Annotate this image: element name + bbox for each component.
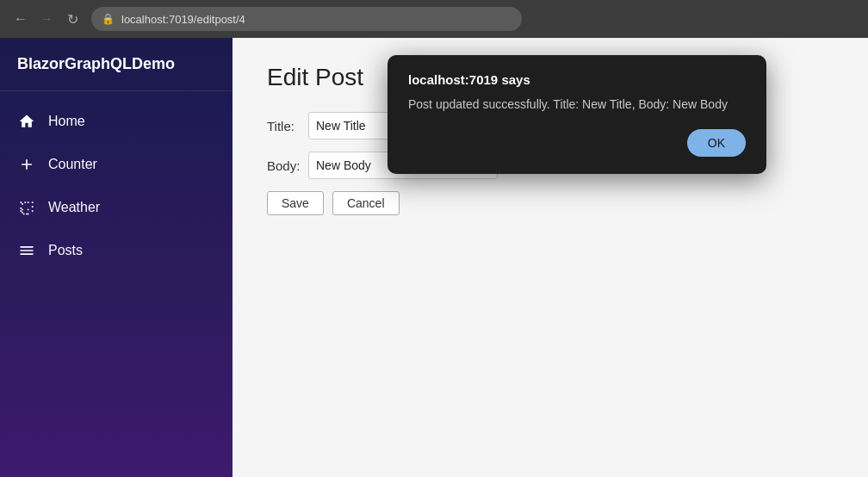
sidebar-nav: Home Counter Weather <box>0 91 232 272</box>
sidebar-brand: BlazorGraphQLDemo <box>0 38 232 91</box>
dialog-overlay: localhost:7019 says Post updated success… <box>232 38 868 477</box>
title-label: Title: <box>267 119 301 133</box>
dialog-ok-button[interactable]: OK <box>687 129 746 157</box>
sidebar-item-posts-label: Posts <box>48 243 83 258</box>
sidebar-item-counter-label: Counter <box>48 157 97 172</box>
form-actions: Save Cancel <box>267 191 834 215</box>
app-layout: BlazorGraphQLDemo Home Counter <box>0 38 868 477</box>
url-text: localhost:7019/editpost/4 <box>121 13 245 26</box>
sidebar-item-home[interactable]: Home <box>0 100 232 143</box>
sidebar-item-posts[interactable]: Posts <box>0 229 232 272</box>
nav-buttons: ← → ↻ <box>10 9 83 29</box>
plus-icon <box>17 155 36 174</box>
lock-icon: 🔒 <box>102 13 115 25</box>
save-button[interactable]: Save <box>267 191 324 215</box>
sidebar-item-weather-label: Weather <box>48 200 100 215</box>
alert-dialog: localhost:7019 says Post updated success… <box>388 55 766 174</box>
main-content: Edit Post Title: Body: Save Cancel local… <box>232 38 868 477</box>
sidebar-item-counter[interactable]: Counter <box>0 143 232 186</box>
reload-button[interactable]: ↻ <box>62 9 83 29</box>
forward-button[interactable]: → <box>36 9 57 29</box>
dialog-origin: localhost:7019 says <box>408 72 746 87</box>
browser-chrome: ← → ↻ 🔒 localhost:7019/editpost/4 <box>0 0 868 38</box>
back-button[interactable]: ← <box>10 9 31 29</box>
sidebar-item-weather[interactable]: Weather <box>0 186 232 229</box>
sidebar-item-home-label: Home <box>48 114 85 129</box>
posts-icon <box>17 241 36 260</box>
cancel-button[interactable]: Cancel <box>332 191 400 215</box>
address-bar[interactable]: 🔒 localhost:7019/editpost/4 <box>91 7 522 31</box>
sidebar: BlazorGraphQLDemo Home Counter <box>0 38 232 477</box>
dialog-message: Post updated successfully. Title: New Ti… <box>408 96 746 114</box>
weather-icon <box>17 198 36 217</box>
home-icon <box>17 112 36 131</box>
body-label: Body: <box>267 158 301 173</box>
